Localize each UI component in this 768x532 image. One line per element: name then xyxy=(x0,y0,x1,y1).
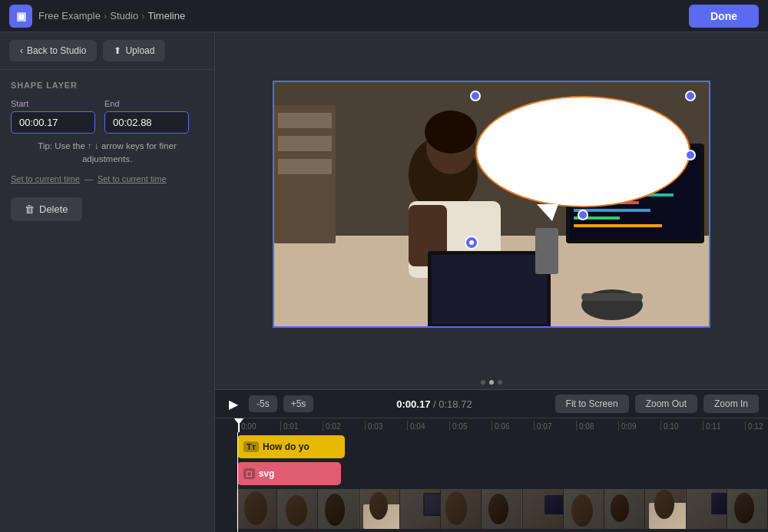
svg-rect-6 xyxy=(278,159,332,174)
video-thumb-6 xyxy=(441,489,482,529)
start-field-group: Start xyxy=(11,99,95,134)
shape-track-icon: □ xyxy=(243,468,255,479)
svg-rect-55 xyxy=(687,489,727,529)
ruler-mark-4: 0:04 xyxy=(407,421,449,431)
back-to-studio-button[interactable]: ‹ Back to Studio xyxy=(9,40,97,61)
video-thumb-8 xyxy=(523,489,564,529)
svg-point-9 xyxy=(425,111,477,154)
trash-icon: 🗑 xyxy=(25,203,35,215)
svg-rect-56 xyxy=(711,493,727,514)
svg-rect-32 xyxy=(277,489,317,529)
zoom-out-button[interactable]: Zoom Out xyxy=(635,395,697,413)
shape-track-clip[interactable]: □ svg xyxy=(237,462,341,485)
dot-3[interactable] xyxy=(498,380,502,385)
svg-point-35 xyxy=(325,494,345,526)
dot-2[interactable] xyxy=(489,380,494,385)
start-input[interactable] xyxy=(11,111,95,134)
svg-rect-4 xyxy=(278,113,332,128)
svg-point-33 xyxy=(286,495,307,526)
back-to-studio-label: Back to Studio xyxy=(27,45,86,56)
fit-to-screen-button[interactable]: Fit to Screen xyxy=(555,395,629,413)
delete-button[interactable]: 🗑 Delete xyxy=(11,197,82,221)
sidebar-actions: ‹ Back to Studio ⬆ Upload xyxy=(0,32,214,70)
breadcrumb-sep1: › xyxy=(104,10,107,21)
svg-rect-37 xyxy=(363,504,399,529)
svg-point-58 xyxy=(734,493,754,524)
video-strip-track[interactable] xyxy=(237,489,768,529)
video-thumb-2 xyxy=(277,489,318,529)
svg-rect-13 xyxy=(432,255,547,324)
svg-rect-41 xyxy=(425,494,440,514)
tip-text: Tip: Use the ↑ ↓ arrow keys for finer ad… xyxy=(11,140,204,167)
set-time-row: Set to current time — Set to current tim… xyxy=(11,174,204,183)
video-thumb-4 xyxy=(359,489,400,529)
svg-point-45 xyxy=(488,494,508,524)
ruler-mark-5: 0:05 xyxy=(449,421,492,431)
set-time-start-link[interactable]: Set to current time xyxy=(11,174,80,183)
end-label: End xyxy=(104,99,189,108)
dot-1[interactable] xyxy=(481,380,485,385)
breadcrumb-project[interactable]: Free Example xyxy=(38,10,101,21)
chevron-left-icon: ‹ xyxy=(20,45,23,56)
svg-rect-26 xyxy=(535,228,558,274)
breadcrumb-sep2: › xyxy=(141,10,144,21)
handle-extra[interactable] xyxy=(465,236,478,249)
handle-mid-right[interactable] xyxy=(685,150,696,160)
svg-rect-30 xyxy=(237,489,276,529)
breadcrumb: Free Example › Studio › Timeline xyxy=(38,10,185,21)
svg-point-51 xyxy=(611,494,629,522)
upload-button[interactable]: ⬆ Upload xyxy=(103,40,165,61)
video-thumb-12 xyxy=(687,489,727,529)
playhead[interactable] xyxy=(238,418,240,432)
set-time-end-link[interactable]: Set to current time xyxy=(98,174,167,183)
total-time: / 0:18.72 xyxy=(433,398,472,410)
svg-rect-57 xyxy=(727,489,767,529)
ruler-mark-9: 0:09 xyxy=(618,421,660,431)
tracks-area: Tт How do yo □ svg xyxy=(215,432,768,532)
svg-rect-46 xyxy=(523,489,563,529)
svg-point-38 xyxy=(369,492,388,520)
svg-rect-53 xyxy=(649,503,685,529)
video-thumb-7 xyxy=(482,489,522,529)
video-frame xyxy=(273,81,710,328)
time-fields: Start End xyxy=(11,99,204,134)
breadcrumb-studio[interactable]: Studio xyxy=(110,10,138,21)
handle-bottom-mid[interactable] xyxy=(578,210,588,220)
ruler-mark-0: 0:00 xyxy=(238,421,280,431)
play-button[interactable]: ▶ xyxy=(224,395,243,413)
text-track-label: How do yo xyxy=(263,441,310,452)
svg-rect-28 xyxy=(581,293,643,301)
track-playhead-line xyxy=(237,432,238,532)
text-track-icon: Tт xyxy=(243,441,259,452)
timeline-section: ▶ -5s +5s 0:00.17 / 0:18.72 Fit to Scree… xyxy=(215,389,768,532)
text-track-clip[interactable]: Tт How do yo xyxy=(237,435,345,458)
svg-point-54 xyxy=(654,490,674,519)
video-thumb-5 xyxy=(400,489,441,529)
handle-top-right[interactable] xyxy=(685,91,696,101)
topbar-left: ▣ Free Example › Studio › Timeline xyxy=(9,5,185,28)
ruler-mark-2: 0:02 xyxy=(323,421,365,431)
upload-icon: ⬆ xyxy=(114,45,121,56)
preview-area xyxy=(215,32,768,375)
video-thumb-10 xyxy=(604,489,645,529)
svg-rect-47 xyxy=(545,495,563,514)
time-display: 0:00.17 / 0:18.72 xyxy=(319,398,548,410)
shape-layer-title: SHAPE LAYER xyxy=(11,81,204,90)
speech-bubble[interactable] xyxy=(475,96,690,215)
handle-top-left[interactable] xyxy=(470,91,481,101)
shape-track-row: □ svg xyxy=(237,462,768,485)
ruler-mark-10: 0:10 xyxy=(660,421,703,431)
text-track-row: Tт How do yo xyxy=(237,435,768,458)
end-input[interactable] xyxy=(104,111,189,134)
ruler-mark-12: 0:12 xyxy=(745,421,768,431)
svg-rect-50 xyxy=(604,489,644,529)
skip-forward-button[interactable]: +5s xyxy=(283,395,314,412)
skip-back-button[interactable]: -5s xyxy=(249,395,277,412)
video-thumb-9 xyxy=(564,489,604,529)
svg-point-29 xyxy=(469,240,474,245)
svg-rect-52 xyxy=(645,489,685,529)
ruler-mark-3: 0:03 xyxy=(365,421,407,431)
set-time-dash: — xyxy=(84,174,93,183)
zoom-in-button[interactable]: Zoom In xyxy=(703,395,759,413)
done-button[interactable]: Done xyxy=(689,5,759,28)
